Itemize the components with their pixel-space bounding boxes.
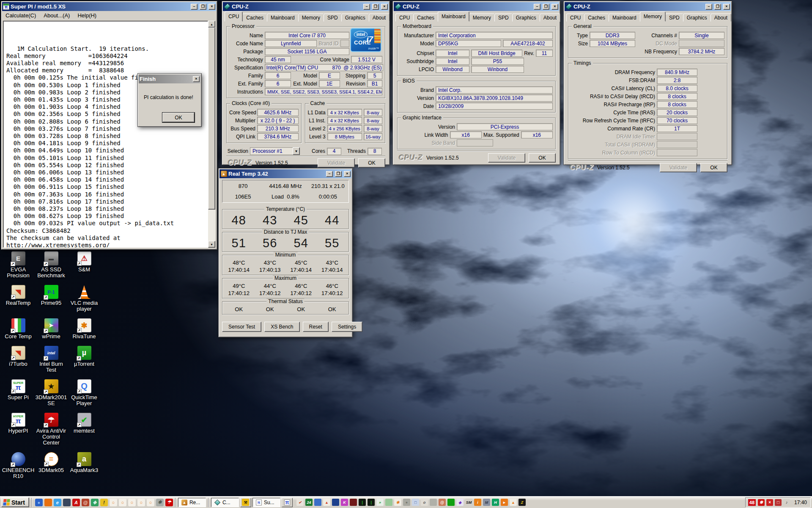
- tab[interactable]: SPD: [494, 14, 513, 22]
- quick-launch-icon[interactable]: ☂: [165, 499, 173, 506]
- desktop-icon[interactable]: ↗ Super Pi: [2, 379, 34, 406]
- quick-launch-icon[interactable]: ○: [119, 499, 126, 506]
- quick-launch-icon[interactable]: [44, 499, 52, 506]
- desktop-icon[interactable]: ↗ RealTemp: [2, 285, 34, 312]
- quick-launch-icon[interactable]: ○: [147, 499, 154, 506]
- desktop-icon[interactable]: ↗ RivaTune: [68, 318, 100, 340]
- desktop-icon[interactable]: ↗ wPrime: [35, 318, 67, 340]
- chevron-down-icon[interactable]: ▼: [293, 147, 300, 155]
- taskbar-app-icon[interactable]: SM: [465, 499, 472, 506]
- tab[interactable]: About: [710, 14, 731, 22]
- taskbar-app-icon[interactable]: K: [341, 499, 348, 506]
- tab[interactable]: Caches: [584, 14, 609, 22]
- tab[interactable]: Caches: [242, 14, 267, 22]
- desktop-icon[interactable]: ↗ AquaMark3: [68, 452, 100, 479]
- desktop-icon[interactable]: ↗ Avira AntiVir Control Center: [35, 413, 67, 446]
- desktop-icon[interactable]: ↗ 3DMark05: [35, 452, 67, 479]
- taskbar-app-icon[interactable]: [447, 499, 455, 506]
- quick-launch-icon[interactable]: ◆: [91, 499, 99, 506]
- taskbar-app-icon[interactable]: Z: [518, 499, 526, 506]
- quick-launch-icon[interactable]: e: [54, 499, 61, 506]
- tab[interactable]: Mainboard: [609, 14, 640, 22]
- taskbar-button-crane[interactable]: ⚒: [240, 498, 251, 507]
- tab[interactable]: Graphics: [341, 14, 369, 22]
- taskbar-app-icon[interactable]: »: [376, 499, 384, 506]
- quick-launch-icon[interactable]: [63, 499, 71, 506]
- tray-icon[interactable]: ×: [766, 499, 773, 506]
- taskbar-button-cpuz[interactable]: C...: [211, 498, 239, 507]
- taskbar-app-icon[interactable]: H: [492, 499, 499, 506]
- tab[interactable]: CPU: [225, 11, 243, 22]
- tab[interactable]: Mainboard: [267, 14, 299, 22]
- tray-icon[interactable]: ♪: [783, 499, 790, 506]
- quick-launch-icon[interactable]: ○: [137, 499, 145, 506]
- ok-button[interactable]: OK: [358, 158, 385, 168]
- realtemp-button[interactable]: XS Bench: [264, 322, 299, 332]
- maximize-icon[interactable]: ❐: [335, 171, 342, 177]
- minimize-icon[interactable]: –: [534, 4, 540, 10]
- tab[interactable]: Memory: [469, 14, 495, 22]
- desktop-icon[interactable]: ↗ Core Temp: [2, 318, 34, 340]
- minimize-icon[interactable]: –: [705, 4, 712, 10]
- taskbar-app-icon[interactable]: [314, 499, 321, 506]
- tab[interactable]: Graphics: [683, 14, 711, 22]
- quick-launch-icon[interactable]: @: [82, 499, 89, 506]
- maximize-icon[interactable]: ❐: [543, 4, 549, 10]
- desktop-icon[interactable]: ↗ HyperPI: [2, 413, 34, 446]
- quick-launch-icon[interactable]: ○: [128, 499, 136, 506]
- maximize-icon[interactable]: ❐: [714, 4, 721, 10]
- taskbar-button-superpi[interactable]: π Su...: [252, 498, 280, 507]
- tab[interactable]: CPU: [566, 14, 584, 22]
- menu-item[interactable]: Help(H): [77, 12, 96, 19]
- realtemp-button[interactable]: Reset: [303, 322, 329, 332]
- maximize-icon[interactable]: ❐: [372, 4, 379, 10]
- taskbar-app-icon[interactable]: [350, 499, 357, 506]
- desktop-icon[interactable]: ↗ memtest: [68, 413, 100, 446]
- taskbar-app-icon[interactable]: [332, 499, 339, 506]
- close-icon[interactable]: ×: [381, 4, 388, 10]
- close-icon[interactable]: ×: [193, 76, 200, 82]
- taskbar-app-icon[interactable]: |: [359, 499, 366, 506]
- close-icon[interactable]: ×: [551, 4, 558, 10]
- tab[interactable]: SPD: [324, 14, 342, 22]
- close-icon[interactable]: ×: [208, 4, 215, 10]
- tab[interactable]: SPD: [665, 14, 683, 22]
- menu-item[interactable]: Calculate(C): [5, 12, 36, 19]
- processor-selection-dropdown[interactable]: Processor #1 ▼: [250, 147, 300, 155]
- taskbar-button-hyperpi[interactable]: π: [282, 498, 293, 507]
- taskbar-button-realtemp[interactable]: ▲ Re...: [178, 498, 206, 507]
- tray-icon[interactable]: □: [775, 499, 782, 506]
- tab[interactable]: Memory: [640, 11, 666, 22]
- taskbar-app-icon[interactable]: [430, 499, 437, 506]
- close-icon[interactable]: ×: [344, 171, 351, 177]
- desktop-icon[interactable]: ↗ VLC media player: [68, 285, 100, 312]
- ok-button[interactable]: OK: [529, 153, 556, 163]
- minimize-icon[interactable]: –: [326, 171, 333, 177]
- taskbar-app-icon[interactable]: ◆: [456, 499, 464, 506]
- menu-item[interactable]: About...(A): [44, 12, 70, 19]
- desktop-icon[interactable]: ↗ AS SSD Benchmark: [35, 251, 67, 279]
- taskbar-app-icon[interactable]: ●: [403, 499, 410, 506]
- realtemp-button[interactable]: Settings: [332, 322, 362, 332]
- taskbar-app-icon[interactable]: ▲: [323, 499, 330, 506]
- desktop-icon[interactable]: ↗ S&M: [68, 251, 100, 279]
- taskbar-app-icon[interactable]: [385, 499, 392, 506]
- scrollbar-thumb[interactable]: [208, 28, 215, 210]
- taskbar-app-icon[interactable]: ✔: [296, 499, 304, 506]
- minimize-icon[interactable]: –: [191, 4, 198, 10]
- scroll-down-icon[interactable]: ▼: [208, 241, 215, 248]
- taskbar-app-icon[interactable]: |: [368, 499, 375, 506]
- close-icon[interactable]: ×: [723, 4, 730, 10]
- taskbar-app-icon[interactable]: o: [421, 499, 428, 506]
- finish-ok-button[interactable]: OK: [162, 113, 195, 122]
- desktop-icon[interactable]: ↗ i7Turbo: [2, 346, 34, 373]
- quick-launch-icon[interactable]: !: [100, 499, 108, 506]
- taskbar-app-icon[interactable]: @: [439, 499, 446, 506]
- desktop-icon[interactable]: ↗ EVGA Precision: [2, 251, 34, 279]
- superpi-scrollbar[interactable]: ▲ ▼: [208, 21, 215, 248]
- tray-icon[interactable]: ✱: [758, 499, 765, 506]
- tab[interactable]: About: [369, 14, 390, 22]
- start-button[interactable]: Start: [1, 497, 29, 507]
- ok-button[interactable]: OK: [700, 163, 727, 172]
- taskbar-app-icon[interactable]: ▲: [510, 499, 517, 506]
